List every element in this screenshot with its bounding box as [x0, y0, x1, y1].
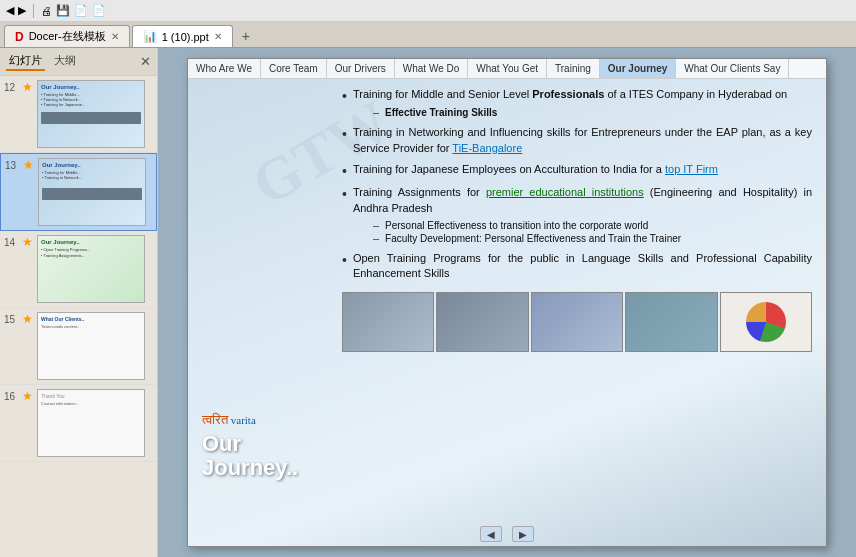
brand-english: varita — [231, 414, 256, 426]
slide-preview-14: Our Journey.. • Open Training Programs..… — [37, 235, 145, 303]
slide-nav: Who Are We Core Team Our Drivers What We… — [188, 59, 826, 79]
slide-container: GTW Who Are We Core Team Our Drivers Wha… — [187, 58, 827, 547]
bullet-5: • Open Training Programs for the public … — [342, 251, 812, 282]
bullet-2: • Training in Networking and Influencing… — [342, 125, 812, 156]
sub-item-4-2: – Faculty Development: Personal Effectiv… — [353, 232, 812, 245]
bullet-text-3: Training for Japanese Employees on Accul… — [353, 162, 718, 177]
ppt-icon: 📊 — [143, 30, 157, 43]
bullet-dot-1: • — [342, 88, 347, 104]
tie-bangalore-link[interactable]: TiE-Bangalore — [452, 142, 522, 154]
new-tab-button[interactable]: + — [235, 25, 257, 47]
nav-forward-icon[interactable]: ▶ — [18, 4, 26, 17]
tab-bar: D Docer-在线模板 ✕ 📊 1 (10).ppt ✕ + — [0, 22, 856, 48]
slide-thumb-16[interactable]: 16 ★ Thank You Contact information... — [0, 385, 157, 462]
slide-title: Our Journey.. — [202, 432, 332, 480]
nav-core-team[interactable]: Core Team — [261, 59, 327, 78]
sidebar-close-button[interactable]: ✕ — [140, 54, 151, 69]
star-icon-14: ★ — [22, 235, 33, 249]
docer-icon: D — [15, 30, 24, 44]
tab-ppt[interactable]: 📊 1 (10).ppt ✕ — [132, 25, 233, 47]
sub-dash-1-1: – — [373, 106, 379, 118]
bullet-dot-5: • — [342, 252, 347, 268]
bullet-text-4: Training Assignments for premier educati… — [353, 185, 812, 216]
bullet-dot-3: • — [342, 163, 347, 179]
slide-num-16: 16 — [4, 389, 18, 402]
next-slide-button[interactable]: ▶ — [512, 526, 534, 542]
tab-docer-close[interactable]: ✕ — [111, 31, 119, 42]
slide-thumb-12[interactable]: 12 ★ Our Journey.. • Training for Middle… — [0, 76, 157, 153]
slide-preview-13: Our Journey.. • Training for Middle... •… — [38, 158, 146, 226]
slide-right-panel: • Training for Middle and Senior Level P… — [342, 87, 812, 514]
sub-item-4-1: – Personal Effectiveness to transition i… — [353, 219, 812, 232]
tab-ppt-close[interactable]: ✕ — [214, 31, 222, 42]
bullet-3: • Training for Japanese Employees on Acc… — [342, 162, 812, 179]
slide-preview-15: What Our Clients.. Testimonials content.… — [37, 312, 145, 380]
bullet-text-1: Training for Middle and Senior Level Pro… — [353, 87, 787, 102]
bullet-dot-2: • — [342, 126, 347, 142]
nav-our-drivers[interactable]: Our Drivers — [327, 59, 395, 78]
slide-nav-arrows: ◀ ▶ — [188, 522, 826, 546]
star-icon-13: ★ — [23, 158, 34, 172]
nav-training[interactable]: Training — [547, 59, 600, 78]
image-strip — [342, 292, 812, 352]
sidebar-tab-outline[interactable]: 大纲 — [51, 52, 79, 71]
slide-thumb-14[interactable]: 14 ★ Our Journey.. • Open Training Progr… — [0, 231, 157, 308]
star-icon-16: ★ — [22, 389, 33, 403]
slide-num-14: 14 — [4, 235, 18, 248]
slide-img-2 — [436, 292, 528, 352]
bullet-1: • Training for Middle and Senior Level P… — [342, 87, 812, 119]
nav-clients[interactable]: What Our Clients Say — [676, 59, 789, 78]
tab-docer-label: Docer-在线模板 — [29, 29, 106, 44]
sub-text-4-2: Faculty Development: Personal Effectiven… — [385, 232, 681, 245]
sidebar: 幻灯片 大纲 ✕ 12 ★ Our Journey.. • Training f… — [0, 48, 158, 557]
star-icon-12: ★ — [22, 80, 33, 94]
brand-logo: त्वरित varita — [202, 412, 256, 428]
content-area: GTW Who Are We Core Team Our Drivers Wha… — [158, 48, 856, 557]
sub-text-1-1: Effective Training Skills — [385, 106, 497, 119]
slide-thumb-15[interactable]: 15 ★ What Our Clients.. Testimonials con… — [0, 308, 157, 385]
brand-hindi: त्वरित — [202, 412, 228, 427]
sidebar-tab-slides[interactable]: 幻灯片 — [6, 52, 45, 71]
slide-img-chart — [720, 292, 812, 352]
file-icon2[interactable]: 📄 — [92, 4, 106, 17]
sidebar-tabs: 幻灯片 大纲 — [6, 52, 79, 71]
slide-subtitle: Training — [202, 482, 241, 494]
tab-docer[interactable]: D Docer-在线模板 ✕ — [4, 25, 130, 47]
sidebar-header: 幻灯片 大纲 ✕ — [0, 48, 157, 76]
star-icon-15: ★ — [22, 312, 33, 326]
slide-img-4 — [625, 292, 717, 352]
slide-num-15: 15 — [4, 312, 18, 325]
sub-dash-4-2: – — [373, 232, 379, 244]
slide-preview-16: Thank You Contact information... — [37, 389, 145, 457]
slide-left-panel: त्वरित varita Our Journey.. Training — [202, 87, 332, 514]
nav-our-journey[interactable]: Our Journey — [600, 59, 676, 78]
file-icon[interactable]: 📄 — [74, 4, 88, 17]
prev-slide-button[interactable]: ◀ — [480, 526, 502, 542]
nav-who-are-we[interactable]: Who Are We — [188, 59, 261, 78]
slide-img-1 — [342, 292, 434, 352]
slide-preview-12: Our Journey.. • Training for Middle... •… — [37, 80, 145, 148]
main-area: 幻灯片 大纲 ✕ 12 ★ Our Journey.. • Training f… — [0, 48, 856, 557]
save-icon[interactable]: 💾 — [56, 4, 70, 17]
bullet-text-5: Open Training Programs for the public in… — [353, 251, 812, 282]
nav-what-you-get[interactable]: What You Get — [468, 59, 547, 78]
slide-num-13: 13 — [5, 158, 19, 171]
slide-thumb-13[interactable]: 13 ★ Our Journey.. • Training for Middle… — [0, 153, 157, 231]
bullet-4: • Training Assignments for premier educa… — [342, 185, 812, 245]
print-icon[interactable]: 🖨 — [41, 5, 52, 17]
slide-img-3 — [531, 292, 623, 352]
top-it-firm-link[interactable]: top IT Firm — [665, 163, 718, 175]
top-bar: ◀ ▶ 🖨 💾 📄 📄 — [0, 0, 856, 22]
educational-institutions-link[interactable]: premier educational institutions — [486, 186, 644, 198]
nav-what-we-do[interactable]: What We Do — [395, 59, 469, 78]
bullet-dot-4: • — [342, 186, 347, 202]
sidebar-scroll[interactable]: 12 ★ Our Journey.. • Training for Middle… — [0, 76, 157, 557]
sub-text-4-1: Personal Effectiveness to transition int… — [385, 219, 648, 232]
sub-dash-4-1: – — [373, 219, 379, 231]
nav-back-icon[interactable]: ◀ — [6, 4, 14, 17]
bullet-text-2: Training in Networking and Influencing s… — [353, 125, 812, 156]
slide-body: त्वरित varita Our Journey.. Training • T… — [188, 79, 826, 522]
tab-ppt-label: 1 (10).ppt — [162, 31, 209, 43]
slide-num-12: 12 — [4, 80, 18, 93]
sub-item-1-1: – Effective Training Skills — [353, 106, 787, 119]
